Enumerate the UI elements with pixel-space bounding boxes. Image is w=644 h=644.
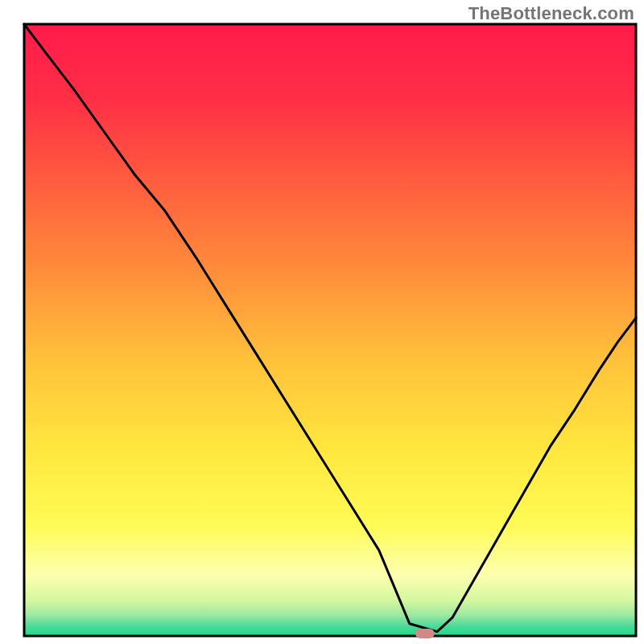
bottleneck-chart [0, 0, 644, 644]
watermark-label: TheBottleneck.com [469, 3, 634, 24]
chart-frame: TheBottleneck.com [0, 0, 644, 644]
plot-background [24, 24, 636, 636]
bottleneck-marker [415, 629, 435, 638]
